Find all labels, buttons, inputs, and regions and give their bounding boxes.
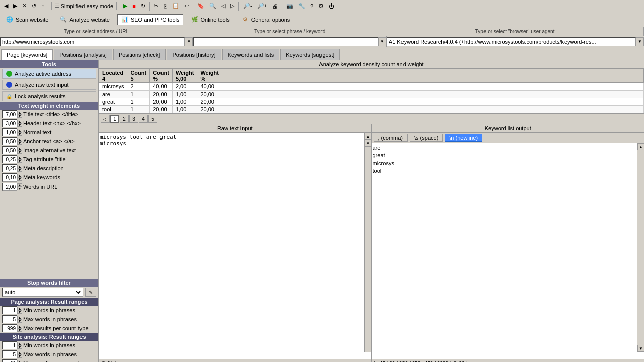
- weight-spin-down-header[interactable]: ▼: [17, 123, 22, 127]
- keyword-input[interactable]: [193, 37, 378, 46]
- tab-keywords-lists[interactable]: Keywords and lists: [222, 49, 280, 60]
- url-input[interactable]: [0, 37, 185, 46]
- weight-input-title[interactable]: [2, 110, 17, 118]
- toolbar-copy[interactable]: ⎘: [162, 2, 169, 10]
- stop-words-edit-btn[interactable]: ✎: [85, 288, 96, 297]
- toolbar-find[interactable]: 🔍: [207, 2, 218, 10]
- raw-scroll-up[interactable]: ▲: [365, 133, 371, 140]
- raw-text-scrollbar-v[interactable]: ▲ ▼: [364, 133, 371, 352]
- toolbar-refresh[interactable]: ↺: [30, 2, 38, 10]
- tab-positions-history[interactable]: Positions [history]: [167, 49, 221, 60]
- weight-spin-down-image-alt[interactable]: ▼: [17, 150, 22, 154]
- tab-page-keywords[interactable]: Page [keywords]: [1, 49, 53, 60]
- stop-words-select[interactable]: auto: [2, 288, 83, 297]
- toolbar-zoom-out[interactable]: 🔎-: [241, 2, 254, 10]
- analyze-active-address-btn[interactable]: Analyze active address: [2, 69, 96, 79]
- toolbar-cut[interactable]: ✂: [152, 2, 160, 10]
- toolbar-stop2[interactable]: ■: [130, 2, 138, 10]
- site-max-words-spin-up[interactable]: ▲: [17, 351, 22, 354]
- toolbar-run[interactable]: ▶: [121, 2, 129, 10]
- toolbar-stop[interactable]: ✕: [20, 2, 29, 10]
- page-min-words-input[interactable]: [2, 306, 17, 314]
- toolbar-bookmark[interactable]: 🔖: [195, 2, 206, 10]
- weight-spin-up-normal[interactable]: ▲: [17, 129, 22, 132]
- agent-input[interactable]: [387, 37, 636, 46]
- weight-input-meta-desc[interactable]: [2, 164, 17, 172]
- weight-spin-up-image-alt[interactable]: ▲: [17, 147, 22, 150]
- toolbar-refresh2[interactable]: ↻: [139, 2, 147, 10]
- toolbar-zoom-in[interactable]: 🔎+: [255, 2, 269, 10]
- table-row[interactable]: great 1 20,00 1,00 20,00: [99, 98, 644, 106]
- site-max-results-spin-up[interactable]: ▲: [17, 360, 22, 362]
- toolbar-prev[interactable]: ◁: [219, 2, 227, 10]
- weight-input-anchor[interactable]: [2, 137, 17, 145]
- weight-spin-down-url-words[interactable]: ▼: [17, 187, 22, 190]
- toolbar-tools[interactable]: 🔧: [296, 2, 307, 10]
- tab-positions-check[interactable]: Positions [check]: [113, 49, 166, 60]
- weight-spin-down-meta-desc[interactable]: ▼: [17, 168, 22, 172]
- toolbar-screenshot[interactable]: 📷: [284, 2, 295, 10]
- page-max-results-spin-up[interactable]: ▲: [17, 325, 22, 328]
- site-max-words-input[interactable]: [2, 350, 17, 358]
- raw-scroll-down[interactable]: ▼: [365, 140, 371, 147]
- site-max-words-spin-down[interactable]: ▼: [17, 354, 22, 358]
- toolbar-back[interactable]: ◀: [2, 2, 10, 10]
- weight-spin-up-title[interactable]: ▲: [17, 111, 22, 114]
- toolbar-print[interactable]: 🖨: [270, 2, 280, 10]
- keyword-dropdown[interactable]: ▼: [378, 37, 386, 46]
- url-dropdown[interactable]: ▼: [185, 37, 193, 46]
- weight-input-meta-kw[interactable]: [2, 173, 17, 182]
- weight-input-header[interactable]: [2, 119, 17, 127]
- weight-spin-up-header[interactable]: ▲: [17, 120, 22, 123]
- toolbar-home[interactable]: ⌂: [39, 2, 47, 10]
- weight-input-image-alt[interactable]: [2, 146, 17, 154]
- toolbar-next[interactable]: ▷: [228, 2, 236, 10]
- kw-scroll-up[interactable]: ▲: [637, 143, 644, 150]
- weight-spin-up-meta-desc[interactable]: ▲: [17, 165, 22, 168]
- page-min-words-spin-down[interactable]: ▼: [17, 310, 22, 314]
- page-max-words-input[interactable]: [2, 315, 17, 323]
- analyze-raw-text-btn[interactable]: Analyze raw text input: [2, 80, 96, 90]
- toolbar-forward[interactable]: ▶: [11, 2, 19, 10]
- page-3-btn[interactable]: 3: [129, 115, 138, 123]
- page-prev-btn[interactable]: ◁: [101, 115, 110, 123]
- page-1-btn[interactable]: 1: [110, 115, 119, 123]
- kw-scroll-down[interactable]: ▼: [637, 345, 644, 352]
- site-min-words-spin-up[interactable]: ▲: [17, 342, 22, 345]
- weight-spin-up-anchor[interactable]: ▲: [17, 138, 22, 141]
- page-5-btn[interactable]: 5: [148, 115, 157, 123]
- nav-seo-tools[interactable]: 📊 SEO and PPC tools: [117, 14, 183, 25]
- weight-spin-up-tag-attr[interactable]: ▲: [17, 156, 22, 159]
- kw-separator-newline[interactable]: \n (newline): [445, 134, 482, 142]
- weight-spin-down-meta-kw[interactable]: ▼: [17, 177, 22, 181]
- toolbar-exit[interactable]: ⏻: [327, 2, 336, 10]
- site-min-words-input[interactable]: [2, 341, 17, 349]
- kw-separator-comma[interactable]: , (comma): [374, 134, 408, 142]
- raw-text-area[interactable]: microsys tool are great microsys: [100, 134, 370, 358]
- weight-input-normal[interactable]: [2, 128, 17, 136]
- weight-input-url-words[interactable]: [2, 183, 17, 191]
- toolbar-simplified-mode[interactable]: ☰ Simplified easy mode: [51, 2, 117, 10]
- kw-scrollbar-v[interactable]: ▲ ▼: [637, 143, 644, 352]
- agent-dropdown[interactable]: ▼: [636, 37, 644, 46]
- table-row[interactable]: are 1 20,00 1,00 20,00: [99, 90, 644, 98]
- nav-scan-website[interactable]: 🌐 Scan website: [2, 14, 52, 25]
- weight-spin-down-anchor[interactable]: ▼: [17, 141, 22, 145]
- toolbar-settings[interactable]: ⚙: [316, 2, 326, 10]
- table-row[interactable]: tool 1 20,00 1,00 20,00: [99, 106, 644, 113]
- site-min-words-spin-down[interactable]: ▼: [17, 345, 22, 349]
- weight-spin-down-tag-attr[interactable]: ▼: [17, 159, 22, 163]
- page-max-results-spin-down[interactable]: ▼: [17, 328, 22, 332]
- page-4-btn[interactable]: 4: [139, 115, 148, 123]
- kw-separator-space[interactable]: \s (space): [410, 134, 443, 142]
- weight-spin-up-meta-kw[interactable]: ▲: [17, 174, 22, 177]
- nav-general-options[interactable]: ⚙ General options: [237, 14, 294, 25]
- page-max-words-spin-down[interactable]: ▼: [17, 319, 22, 323]
- weight-spin-up-url-words[interactable]: ▲: [17, 183, 22, 187]
- toolbar-undo[interactable]: ↩: [182, 2, 191, 10]
- tab-positions-analysis[interactable]: Positions [analysis]: [54, 49, 112, 60]
- nav-online-tools[interactable]: 🌿 Online tools: [187, 14, 233, 25]
- toolbar-help[interactable]: ?: [308, 2, 315, 10]
- toolbar-paste[interactable]: 📋: [170, 2, 181, 10]
- tab-keywords-suggest[interactable]: Keywords [suggest]: [280, 49, 340, 60]
